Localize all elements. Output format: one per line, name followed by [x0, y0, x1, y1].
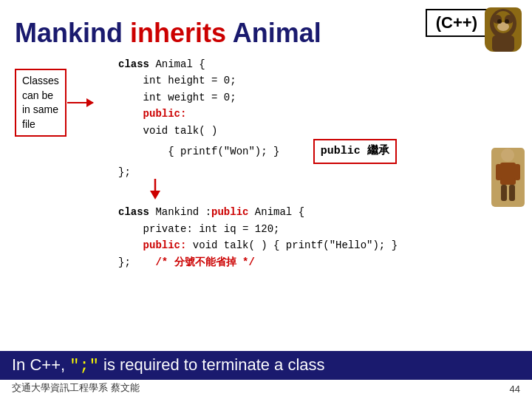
closing-brace: }; [118, 164, 517, 180]
bottom-prefix: In C++, [12, 355, 69, 374]
svg-rect-14 [501, 185, 507, 201]
public-badge: public 繼承 [313, 139, 397, 164]
mankind-class-area: class Mankind :public Animal { private: … [118, 204, 517, 270]
title-suffix: Animal [226, 18, 321, 48]
classes-line3: in same [22, 103, 59, 117]
svg-point-6 [505, 19, 509, 24]
svg-point-10 [501, 149, 514, 162]
svg-rect-15 [509, 185, 515, 201]
right-arrow [67, 102, 93, 103]
page-number: 44 [510, 383, 520, 395]
svg-rect-11 [500, 163, 516, 185]
svg-rect-13 [514, 164, 520, 180]
content-area: Classes can be in same file class Animal… [15, 56, 517, 180]
title-highlight: inherits [130, 18, 226, 48]
bottom-suffix: is required to terminate a class [99, 355, 325, 374]
bottom-code: ";" [69, 357, 99, 375]
code-block: class Animal { int height = 0; int weigh… [118, 56, 517, 180]
main-page: (C++) Mankind inherits Animal Classes ca… [0, 0, 532, 399]
monkey-illustration [485, 7, 522, 52]
bottom-bar: In C++, ";" is required to terminate a c… [0, 351, 532, 380]
classes-line2: can be [22, 89, 59, 103]
svg-point-5 [497, 19, 502, 24]
classes-box: Classes can be in same file [15, 69, 66, 137]
classes-line1: Classes [22, 74, 59, 89]
animal-class-code: class Animal { int height = 0; int weigh… [118, 56, 517, 164]
mankind-class-code: class Mankind :public Animal { private: … [118, 204, 517, 270]
left-label-area: Classes can be in same file [15, 56, 89, 180]
svg-marker-9 [150, 191, 160, 200]
footer-text: 交通大學資訊工程學系 蔡文能 [12, 381, 140, 395]
classes-line4: file [22, 117, 59, 132]
title-prefix: Mankind [15, 18, 130, 48]
svg-rect-7 [492, 35, 514, 52]
bottom-text: In C++, ";" is required to terminate a c… [12, 355, 325, 374]
svg-rect-12 [496, 164, 502, 180]
cpp-badge: (C++) [426, 9, 488, 37]
person-illustration [491, 148, 525, 207]
down-arrow [15, 179, 517, 202]
